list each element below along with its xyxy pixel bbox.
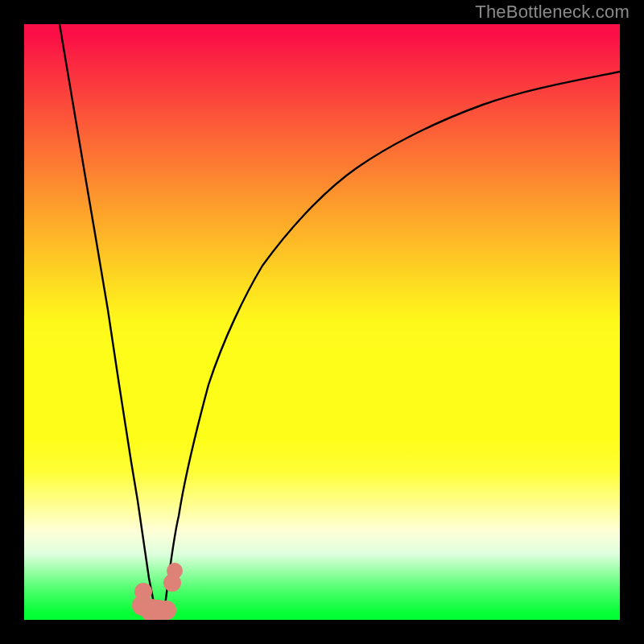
plot-area bbox=[24, 24, 620, 620]
chart-frame: TheBottleneck.com bbox=[0, 0, 644, 644]
watermark-text: TheBottleneck.com bbox=[475, 2, 630, 23]
right-branch-curve bbox=[164, 72, 620, 611]
curves-layer bbox=[24, 24, 620, 620]
marker-point bbox=[167, 563, 183, 579]
left-branch-curve bbox=[60, 24, 155, 611]
marker-point bbox=[157, 601, 176, 620]
